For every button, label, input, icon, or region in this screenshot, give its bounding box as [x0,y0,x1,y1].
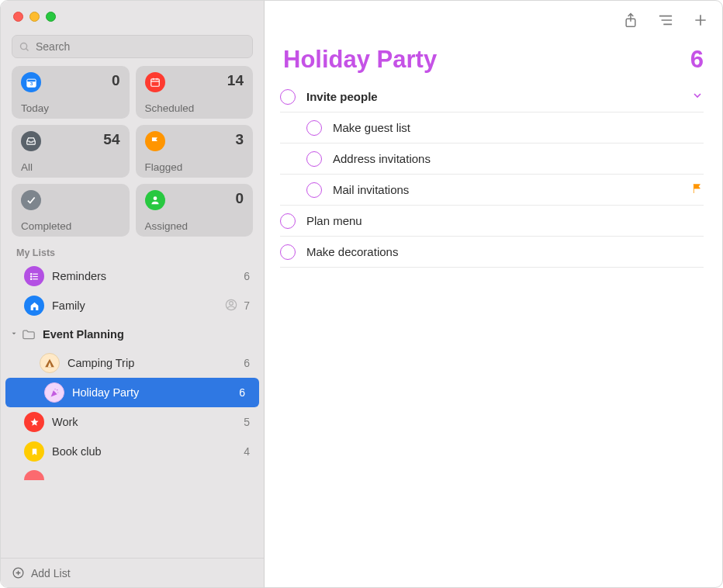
svg-point-15 [30,275,31,276]
sidebar-item-book-club[interactable]: Book club 4 [1,437,264,466]
minimize-window-button[interactable] [29,12,40,22]
add-list-button[interactable]: Add List [1,558,264,587]
smart-card-all-label: All [21,161,120,173]
reminder-row[interactable]: Plan menu [280,206,704,237]
sidebar-item-work[interactable]: Work 5 [1,407,264,437]
add-reminder-button[interactable] [693,12,708,28]
sidebar-item-count: 7 [244,299,250,312]
person-icon [145,190,165,210]
smart-card-today-label: Today [21,102,120,114]
search-icon [19,41,30,53]
svg-point-20 [54,389,55,389]
calendar-icon [145,72,165,92]
smart-card-today[interactable]: 3 0 Today [12,66,130,119]
sidebar-item-holiday-party[interactable]: Holiday Party 6 [5,378,259,407]
party-popper-icon [44,382,64,403]
window-controls [1,1,264,30]
list-lines-icon [657,13,674,27]
smart-card-scheduled[interactable]: 14 Scheduled [136,66,254,119]
svg-point-0 [21,43,27,49]
sidebar-group-event-planning[interactable]: Event Planning [1,320,264,348]
sidebar-item-family[interactable]: Family 7 [1,291,264,320]
smart-card-flagged[interactable]: 3 Flagged [136,125,254,178]
reminder-title: Invite people [306,90,691,103]
checkmark-icon [21,190,41,210]
share-icon [623,12,638,29]
smart-card-all-count: 54 [103,131,119,148]
sidebar-item-partial [1,466,264,480]
shared-icon [225,299,237,313]
svg-point-16 [30,278,31,279]
sidebar-item-label: Holiday Party [72,386,239,399]
sidebar-item-label: Camping Trip [67,357,244,369]
sidebar-item-count: 6 [244,270,250,282]
bookmark-icon [24,441,44,462]
sidebar-item-count: 5 [244,416,250,428]
reminder-title: Make decorations [306,245,704,258]
plus-circle-icon [12,566,25,579]
complete-toggle[interactable] [280,213,296,229]
chevron-down-icon[interactable] [691,89,704,105]
plus-icon [693,12,708,28]
smart-card-completed[interactable]: Completed [12,184,130,237]
sidebar: 3 0 Today 14 Scheduled [1,1,265,587]
complete-toggle[interactable] [306,151,322,167]
smart-card-assigned-count: 0 [235,190,244,207]
smart-card-completed-label: Completed [21,220,120,232]
smart-card-today-count: 0 [112,72,120,89]
smart-card-scheduled-label: Scheduled [145,102,244,114]
smart-card-assigned[interactable]: 0 Assigned [136,184,254,237]
folder-icon [21,328,36,341]
close-window-button[interactable] [13,12,23,22]
complete-toggle[interactable] [280,89,296,105]
complete-toggle[interactable] [306,182,322,198]
search-field[interactable] [12,35,253,58]
chevron-down-icon [9,329,19,340]
sidebar-item-count: 4 [244,445,250,458]
svg-point-21 [57,392,58,393]
calendar-today-icon: 3 [21,72,41,92]
sidebar-item-reminders[interactable]: Reminders 6 [1,261,264,291]
svg-rect-6 [150,79,159,86]
reminder-row[interactable]: Make decorations [280,237,704,268]
svg-line-1 [26,48,29,50]
svg-point-10 [153,196,157,200]
smart-card-assigned-label: Assigned [145,220,244,232]
sidebar-item-camping-trip[interactable]: Camping Trip 6 [1,348,264,378]
star-icon [24,412,44,432]
house-icon [24,296,44,316]
fullscreen-window-button[interactable] [46,12,56,22]
search-input[interactable] [34,40,246,54]
list-header: Holiday Party 6 [265,40,722,77]
tray-icon [21,131,41,151]
smart-card-all[interactable]: 54 All [12,125,130,178]
sidebar-item-label: Family [52,299,225,312]
flag-icon [691,182,704,198]
lists-area: Reminders 6 Family 7 E [1,261,264,558]
reminders-list: Invite people Make guest list Address in… [265,77,722,268]
share-button[interactable] [623,12,638,29]
reminder-row[interactable]: Mail invitations [280,175,704,206]
complete-toggle[interactable] [280,244,296,260]
smart-card-flagged-label: Flagged [145,161,244,173]
sidebar-item-label: Book club [52,445,244,458]
reminder-row[interactable]: Address invitations [280,144,704,175]
view-options-button[interactable] [657,13,674,27]
reminder-row[interactable]: Invite people [280,81,704,112]
main-panel: Holiday Party 6 Invite people Make guest… [265,1,722,587]
complete-toggle[interactable] [306,120,322,136]
list-count: 6 [690,46,704,74]
add-list-label: Add List [31,567,71,579]
sidebar-item-label: Reminders [52,270,244,282]
svg-point-17 [230,301,234,305]
tent-icon [40,353,60,373]
toolbar [265,1,722,40]
list-title: Holiday Party [283,46,437,74]
reminder-row[interactable]: Make guest list [280,112,704,144]
reminder-title: Address invitations [333,152,704,165]
svg-text:3: 3 [29,81,32,86]
reminder-title: Plan menu [306,214,704,227]
smart-list-cards: 3 0 Today 14 Scheduled [1,66,264,237]
svg-point-14 [30,273,31,274]
smart-card-flagged-count: 3 [235,131,244,148]
